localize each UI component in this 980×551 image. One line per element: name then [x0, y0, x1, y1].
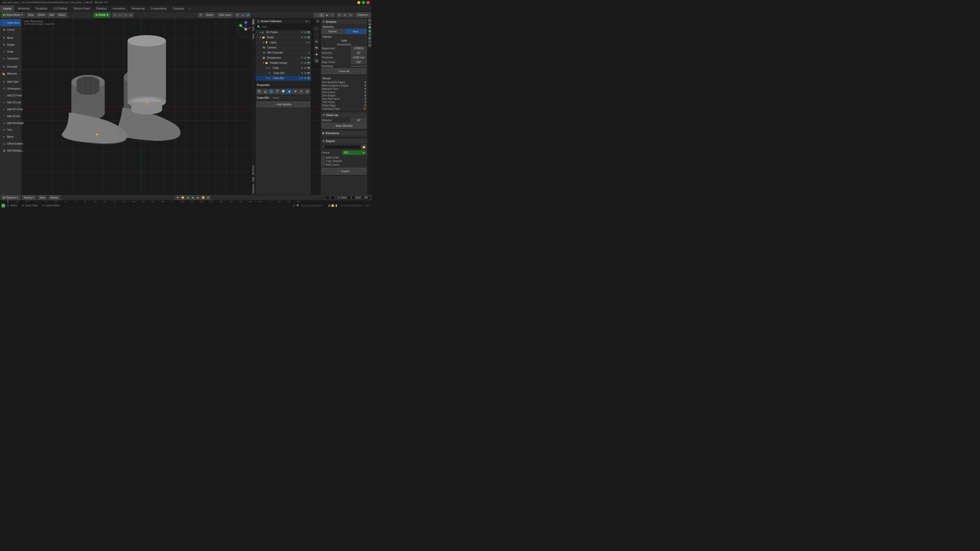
restrict-icon[interactable]: 🖥 [304, 56, 307, 59]
wireframe-btn[interactable]: ⬚ [313, 13, 319, 17]
prev-frame-btn[interactable]: ⏪ [180, 195, 185, 200]
transform-tool[interactable]: ⤡ Transform [0, 55, 21, 62]
expand-btn[interactable]: ⊕ [308, 52, 310, 54]
view-layer-name-btn[interactable]: View Layer [217, 13, 233, 17]
keying-menu[interactable]: Keying ▼ [22, 195, 36, 200]
zoom-out-btn[interactable]: − [314, 32, 319, 38]
visibility-icon[interactable]: 👁 [301, 36, 304, 39]
status-mode-icon[interactable]: ✓ [2, 204, 5, 207]
particles-props-btn[interactable]: ✦ [299, 89, 304, 94]
offset-entities-tool[interactable]: ⬡ Offset Entities [0, 140, 21, 147]
restrict-icon[interactable]: 🖥 [304, 77, 307, 79]
apply-scale-checkbox[interactable] [321, 156, 325, 159]
minimize-btn[interactable] [357, 1, 360, 4]
render-icon[interactable]: 📷 [307, 56, 310, 59]
export-path-input[interactable] [321, 145, 360, 149]
render-icon[interactable]: 📷 [307, 77, 310, 79]
thickness-value[interactable]: 0.001 mm [351, 56, 366, 59]
options-btn[interactable]: Options ▾ [355, 13, 371, 17]
jump-to-start-btn[interactable]: ⏮ [175, 195, 180, 200]
cursor-tool[interactable]: ⊕ Cursor [0, 26, 21, 33]
playback-menu[interactable]: Playback ▼ [1, 195, 21, 200]
vtab-item[interactable]: Item [251, 18, 255, 25]
end-frame-input[interactable]: 300 [361, 195, 371, 200]
measure-tool[interactable]: 📐 Measure [0, 70, 21, 77]
tab-add[interactable]: + [187, 5, 192, 12]
move-tool[interactable]: ✛ Move [0, 35, 21, 41]
add-2d-circle-tool[interactable]: ○ Add 2D Circle [0, 106, 21, 113]
volume-btn[interactable]: Volume [321, 29, 344, 34]
timeline-ruler[interactable]: 0 10 20 30 40 50 60 70 80 90 100 110 120… [0, 200, 372, 203]
restrict-icon[interactable]: 🖥 [304, 67, 307, 69]
check-all-btn[interactable]: Check All [321, 68, 366, 74]
scale-tool[interactable]: ⤢ Scale [0, 48, 21, 55]
add-cube-tool[interactable]: ◻ Add Cube [0, 78, 21, 85]
outliner-item-flexible-design[interactable]: ▼ 📁 Flexible Design 👁 🖥 📷 [256, 60, 311, 65]
prev-key-btn[interactable]: ◀ [186, 195, 190, 200]
vtab-3dprint[interactable]: 3D-Print [251, 165, 255, 176]
world-props-btn[interactable]: 🌍 [280, 89, 286, 94]
tab-compositing[interactable]: Compositing [148, 5, 170, 12]
outliner-item-lights[interactable]: ▼ 💡 Lights ⊕ 👁 [256, 40, 311, 45]
local-view-btn[interactable]: ◉ [314, 52, 319, 57]
outliner-item-cube-002[interactable]: ▽ Cube.002 👁 🖥 📷 [256, 71, 311, 76]
format-select[interactable]: STL ▼ [342, 151, 366, 155]
add-rectangle-tool[interactable]: ▭ Add Rectangle [0, 120, 21, 126]
select-menu[interactable]: Select [36, 13, 47, 17]
clean-up-header[interactable]: ▼ Clean Up [321, 113, 366, 118]
object-mode-dropdown[interactable]: Object Mode ▼ [1, 13, 25, 17]
tab-texture-paint[interactable]: Texture Paint [70, 5, 93, 12]
material-preview-btn[interactable]: ◉ [325, 13, 329, 17]
visibility-icon[interactable]: 👁 [301, 72, 304, 75]
close-btn[interactable] [366, 1, 369, 4]
solvespace-tool[interactable]: ⬡ Solvespace ... [0, 85, 21, 92]
analyze-header[interactable]: ▼ Analyze [321, 19, 366, 24]
camera-view-btn[interactable]: 📷 [314, 45, 319, 50]
visibility-icon[interactable]: 👁 [301, 56, 304, 59]
global-transform-btn[interactable]: ⊕ Global ▼ [94, 13, 110, 17]
timeline-playhead[interactable] [8, 200, 8, 203]
render-icon[interactable]: 📷 [307, 72, 310, 75]
visibility-icon[interactable]: 👁 [301, 62, 304, 64]
bevel-tool[interactable]: ◇ Bevel [0, 133, 21, 140]
solid-btn[interactable]: ● [319, 13, 324, 17]
view-menu[interactable]: View [26, 13, 35, 17]
vtab-switcher[interactable]: Switcher [251, 183, 255, 195]
outliner-item-cube[interactable]: ▼ ▽ Cube 👁 🖥 📷 [256, 65, 311, 71]
outliner-add-btn[interactable]: + [308, 20, 310, 23]
render-props-btn[interactable]: 📷 [256, 89, 262, 94]
vtab-view[interactable]: View [251, 33, 255, 41]
physics-icon-btn[interactable]: ⊕ [368, 44, 371, 47]
render-icon[interactable]: 📷 [307, 36, 310, 39]
degenerate-value[interactable]: 0.00010 [351, 46, 366, 50]
rendered-btn[interactable]: ☀ [330, 13, 335, 17]
data-layers-checkbox[interactable] [321, 163, 325, 166]
outliner-item-cube-001[interactable]: ▼ ▽ Cube.001 ⚙ 👁 🖥 📷 [256, 76, 311, 81]
add-modifier-btn[interactable]: + Add Modifier [256, 102, 310, 107]
constraints-icon-btn[interactable]: 🔗 [368, 37, 371, 40]
make-manifold-btn[interactable]: Make Manifold [321, 123, 366, 129]
overhang-value[interactable] [351, 66, 366, 67]
modifier-icon-btn[interactable]: ⚙ [368, 33, 371, 36]
visibility-icon[interactable]: 👁 [307, 41, 310, 44]
output-props-btn[interactable]: 🖨 [262, 89, 268, 94]
export-btn[interactable]: ↑ Export [321, 168, 366, 175]
scene-props-btn[interactable]: 🎬 [275, 89, 280, 94]
trim-tool[interactable]: ✂ Trim [0, 127, 21, 133]
jump-to-end-btn[interactable]: ⏭ [206, 195, 210, 200]
scene-props-btn[interactable]: 🌐 [245, 13, 251, 17]
physics-props-btn[interactable]: ⊕ [305, 89, 310, 94]
outliner-item-3d-printer[interactable]: ▶ 🖨 3D Printer 👁 🖥 📷 [256, 30, 311, 35]
object-props-btn[interactable]: ◉ [286, 89, 292, 94]
world-icon-btn[interactable]: 🌍 [368, 26, 371, 29]
outliner-item-360-controller[interactable]: 🎮 360 Controller ⊕ [256, 50, 311, 56]
restrict-icon[interactable]: 🖥 [304, 62, 307, 64]
viewport-n-panel-toggle[interactable]: N [316, 19, 320, 23]
restrict-icon[interactable]: 🖥 [304, 31, 307, 34]
current-frame-input[interactable]: 1 [325, 195, 335, 200]
restrict-icon[interactable]: 🖥 [304, 72, 307, 75]
scene-selector-icon[interactable]: 🎬 [198, 13, 203, 17]
outliner-item-background[interactable]: 🖼 Background 👁 🖥 📷 [256, 56, 311, 60]
render-icon[interactable]: 📷 [307, 62, 310, 64]
add-workplane-tool[interactable]: ⊞ Add Workpla... [0, 147, 21, 154]
